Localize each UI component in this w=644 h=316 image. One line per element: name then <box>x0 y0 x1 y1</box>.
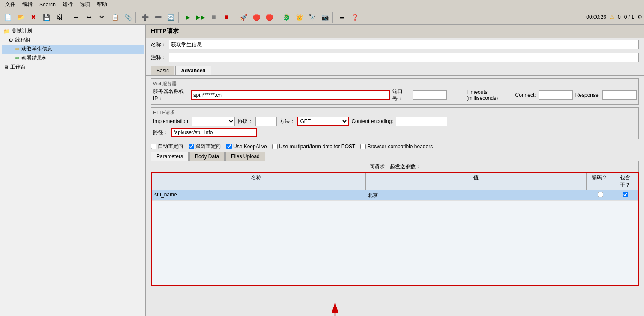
comment-label: 注释： <box>151 54 166 61</box>
port-label: 端口号： <box>392 88 410 102</box>
encoding-label: Content encoding: <box>351 118 393 124</box>
table-row[interactable]: stu_name 北京 <box>152 190 638 201</box>
timeouts-label: Timeouts (milliseconds) <box>467 89 513 101</box>
http-panel: HTTP请求 名称： 注释： Basic Advanced Web服务器 服务器… <box>146 25 644 316</box>
keepalive-input[interactable] <box>226 144 232 149</box>
impl-label: Implementation: <box>153 118 189 124</box>
copy-button[interactable]: 📋 <box>109 11 121 23</box>
param-name-cell: stu_name <box>152 190 365 200</box>
param-value-cell: 北京 <box>365 190 588 200</box>
sidebar-item-get-student[interactable]: ✏ 获取学生信息 <box>2 45 144 54</box>
warning-icon: ⚠ <box>610 14 614 20</box>
play-button[interactable]: ▶ <box>182 11 194 23</box>
remote-button[interactable]: 🚀 <box>237 11 249 23</box>
param-encoded-checkbox[interactable] <box>598 192 603 197</box>
results-icon: ✏ <box>15 55 20 61</box>
refresh-button[interactable]: 🔄 <box>165 11 177 23</box>
port-input[interactable] <box>413 90 447 100</box>
tab-basic[interactable]: Basic <box>151 66 174 75</box>
params-table-body: stu_name 北京 <box>152 190 638 285</box>
path-label: 路径： <box>153 129 168 136</box>
toolbar-sep-5 <box>277 12 279 23</box>
toolbar-right: 00:00:26 ⚠ 0 0 / 1 ⚙ <box>586 14 642 20</box>
open-button[interactable]: 📂 <box>15 11 27 23</box>
remotestop-button[interactable]: 🛑 <box>250 11 262 23</box>
binoculars-button[interactable]: 🔭 <box>306 11 318 23</box>
monitor-button[interactable]: 👑 <box>293 11 305 23</box>
sidebar-label-workbench: 工作台 <box>10 63 26 71</box>
browser-headers-checkbox[interactable]: Browser-compatible headers <box>360 144 433 150</box>
stopall-button[interactable]: ⏹ <box>220 11 232 23</box>
close-button[interactable]: ✖ <box>27 11 39 23</box>
server-input[interactable] <box>191 90 390 100</box>
sidebar-item-plan[interactable]: 📁 测试计划 <box>2 27 144 36</box>
web-server-title: Web服务器 <box>153 81 637 87</box>
http-icon: ✏ <box>15 46 20 52</box>
connect-input[interactable] <box>539 90 573 100</box>
cut-button[interactable]: ✂ <box>96 11 108 23</box>
tab-files-upload[interactable]: Files Upload <box>225 152 265 161</box>
new-button[interactable]: 📄 <box>2 11 14 23</box>
help-button[interactable]: ❓ <box>349 11 361 23</box>
remove-button[interactable]: ➖ <box>152 11 164 23</box>
paste-button[interactable]: 📎 <box>122 11 134 23</box>
name-input[interactable] <box>169 40 639 49</box>
connect-label: Connect: <box>515 92 536 98</box>
protocol-label: 协议： <box>237 118 253 125</box>
auto-redirect-input[interactable] <box>151 144 156 149</box>
camera-button[interactable]: 📷 <box>319 11 331 23</box>
menu-file[interactable]: 文件 <box>2 0 19 9</box>
param-included-checkbox[interactable] <box>623 192 628 197</box>
sidebar-item-threadgroup[interactable]: ⚙ 线程组 <box>2 36 144 45</box>
stop-button[interactable]: ⏹ <box>207 11 219 23</box>
name-label: 名称： <box>151 41 166 48</box>
sidebar-label-plan: 测试计划 <box>12 27 32 35</box>
list-button[interactable]: ☰ <box>336 11 348 23</box>
multipart-input[interactable] <box>272 144 278 149</box>
path-input[interactable] <box>171 128 257 137</box>
protocol-input[interactable] <box>255 117 277 126</box>
name-row: 名称： <box>146 38 644 51</box>
encoding-input[interactable] <box>396 117 447 126</box>
menu-search[interactable]: Search <box>36 1 59 9</box>
impl-select[interactable]: HttpClient4 Java <box>192 117 235 126</box>
sidebar-item-view-results[interactable]: ✏ 察看结果树 <box>2 54 144 63</box>
comment-row: 注释： <box>146 51 644 64</box>
browser-headers-input[interactable] <box>360 144 366 149</box>
follow-redirect-input[interactable] <box>189 144 194 149</box>
add-button[interactable]: ➕ <box>139 11 151 23</box>
sidebar-item-workbench[interactable]: 🖥 工作台 <box>2 63 144 72</box>
follow-redirect-checkbox[interactable]: 跟随重定向 <box>189 143 221 150</box>
sidebar-label-get-student: 获取学生信息 <box>21 45 52 53</box>
toolbar-sep-3 <box>178 12 180 23</box>
keepalive-checkbox[interactable]: Use KeepAlive <box>226 144 267 150</box>
menu-run[interactable]: 运行 <box>59 0 76 9</box>
tab-advanced[interactable]: Advanced <box>175 66 211 75</box>
http-sub-section: HTTP请求 Implementation: HttpClient4 Java … <box>151 107 639 139</box>
checkboxes-row: 自动重定向 跟随重定向 Use KeepAlive Use multipart/… <box>146 141 644 152</box>
settings-icon[interactable]: ⚙ <box>638 14 642 20</box>
comment-input[interactable] <box>169 53 639 62</box>
tab-parameters[interactable]: Parameters <box>151 152 189 161</box>
warning-count: 0 <box>618 14 621 20</box>
saveall-button[interactable]: 🖼 <box>53 11 65 23</box>
menu-edit[interactable]: 编辑 <box>19 0 36 9</box>
web-server-section: Web服务器 服务器名称或IP： 端口号： Timeouts (millisec… <box>151 78 639 105</box>
http-panel-title: HTTP请求 <box>146 25 644 38</box>
method-select[interactable]: GET POST PUT DELETE HEAD OPTIONS PATCH <box>297 117 349 126</box>
menu-help[interactable]: 帮助 <box>93 0 111 9</box>
response-input[interactable] <box>602 90 637 100</box>
remotestopall-button[interactable]: 🛑 <box>263 11 275 23</box>
undo-button[interactable]: ↩ <box>70 11 82 23</box>
redo-button[interactable]: ↪ <box>83 11 95 23</box>
playall-button[interactable]: ▶▶ <box>195 11 207 23</box>
watcher-button[interactable]: 🐉 <box>280 11 292 23</box>
menu-options[interactable]: 选项 <box>76 0 93 9</box>
sidebar-label-view-results: 察看结果树 <box>21 54 47 62</box>
params-header-text: 同请求一起发送参数： <box>151 161 639 172</box>
save-button[interactable]: 💾 <box>40 11 52 23</box>
tab-body-data[interactable]: Body Data <box>189 152 225 161</box>
multipart-checkbox[interactable]: Use multipart/form-data for POST <box>272 144 356 150</box>
col-name-header: 名称： <box>152 173 366 190</box>
auto-redirect-checkbox[interactable]: 自动重定向 <box>151 143 183 150</box>
